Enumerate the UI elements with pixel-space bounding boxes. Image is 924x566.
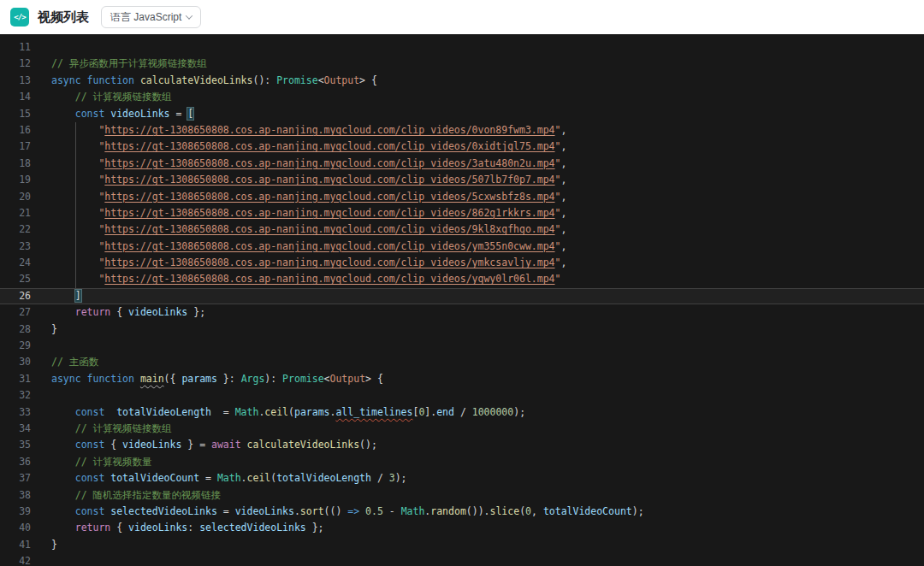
line-number: 41 — [0, 537, 38, 553]
code-line[interactable]: 19 "https://gt-1308650808.cos.ap-nanjing… — [0, 172, 924, 188]
chevron-down-icon — [186, 12, 192, 19]
code-line[interactable]: 23 "https://gt-1308650808.cos.ap-nanjing… — [0, 239, 924, 255]
code-token: videoLinks — [235, 505, 294, 517]
code-token: // 计算视频链接数组 — [75, 422, 172, 434]
code-token: { — [110, 306, 128, 318]
code-token: totalVideoCount — [110, 472, 199, 484]
code-line[interactable]: 15 const videoLinks = [ — [0, 106, 924, 122]
code-token: ); — [632, 505, 644, 517]
code-token: , — [560, 124, 566, 136]
code-token: { — [110, 522, 128, 534]
code-line[interactable]: 12// 异步函数用于计算视频链接数组 — [0, 56, 924, 72]
code-line[interactable]: 39 const selectedVideoLinks = videoLinks… — [0, 504, 924, 520]
code-line[interactable]: 32 — [0, 387, 924, 404]
code-token: }; — [187, 306, 205, 318]
code-line[interactable]: 26 ] — [0, 288, 924, 304]
code-token: // 计算视频链接数组 — [75, 91, 172, 103]
code-token: const — [75, 108, 105, 120]
code-token: (() — [324, 505, 348, 517]
code-line[interactable]: 20 "https://gt-1308650808.cos.ap-nanjing… — [0, 189, 924, 205]
code-line[interactable]: 33 const totalVideoLength = Math.ceil(pa… — [0, 404, 924, 421]
code-text: return { videoLinks: selectedVideoLinks … — [38, 520, 324, 536]
code-token: https://gt-1308650808.cos.ap-nanjing.myq… — [104, 157, 554, 169]
code-token — [51, 505, 75, 517]
code-line[interactable]: 27 return { videoLinks }; — [0, 304, 924, 321]
code-token — [51, 472, 75, 484]
code-token: ] — [75, 290, 81, 302]
code-text — [38, 387, 51, 404]
code-text: const selectedVideoLinks = videoLinks.so… — [38, 504, 644, 520]
code-token — [241, 439, 247, 451]
code-token: https://gt-1308650808.cos.ap-nanjing.myq… — [104, 240, 554, 252]
code-text — [38, 553, 51, 566]
code-token: }: — [217, 373, 241, 385]
code-token: selectedVideoLinks — [199, 522, 306, 534]
code-editor[interactable]: 1112// 异步函数用于计算视频链接数组13async function ca… — [0, 34, 924, 566]
code-icon: </> — [10, 8, 29, 27]
language-select-label: 语言 JavaScript — [110, 10, 181, 25]
line-number: 27 — [0, 304, 38, 321]
code-text: "https://gt-1308650808.cos.ap-nanjing.my… — [38, 139, 566, 155]
code-token: totalVideoCount — [543, 505, 632, 517]
code-line[interactable]: 34 // 计算视频链接数组 — [0, 421, 924, 437]
code-token — [104, 406, 116, 418]
line-number: 31 — [0, 371, 38, 387]
code-line[interactable]: 16 "https://gt-1308650808.cos.ap-nanjing… — [0, 122, 924, 139]
code-line[interactable]: 37 const totalVideoCount = Math.ceil(tot… — [0, 470, 924, 486]
code-token: , — [560, 157, 566, 169]
code-line[interactable]: 21 "https://gt-1308650808.cos.ap-nanjing… — [0, 205, 924, 221]
code-token: https://gt-1308650808.cos.ap-nanjing.myq… — [104, 256, 554, 268]
line-number: 34 — [0, 421, 38, 437]
code-line[interactable]: 24 "https://gt-1308650808.cos.ap-nanjing… — [0, 255, 924, 271]
code-token: // 计算视频数量 — [75, 456, 152, 468]
line-number: 19 — [0, 172, 38, 188]
code-line[interactable]: 35 const { videoLinks } = await calculat… — [0, 437, 924, 453]
code-text: } — [38, 321, 57, 338]
code-line[interactable]: 40 return { videoLinks: selectedVideoLin… — [0, 520, 924, 536]
code-token: = — [199, 472, 217, 484]
code-token: ); — [395, 472, 407, 484]
code-token: ceil — [264, 406, 288, 418]
code-line[interactable]: 17 "https://gt-1308650808.cos.ap-nanjing… — [0, 139, 924, 155]
code-line[interactable]: 38 // 随机选择指定数量的视频链接 — [0, 487, 924, 504]
code-line[interactable]: 28} — [0, 321, 924, 338]
code-line[interactable]: 42 — [0, 553, 924, 566]
code-line[interactable]: 29 — [0, 338, 924, 354]
code-line[interactable]: 25 "https://gt-1308650808.cos.ap-nanjing… — [0, 271, 924, 287]
code-token: https://gt-1308650808.cos.ap-nanjing.myq… — [104, 273, 554, 285]
code-line[interactable]: 13async function calculateVideoLinks(): … — [0, 73, 924, 89]
code-token: , — [560, 140, 566, 152]
line-number: 18 — [0, 156, 38, 172]
code-text: "https://gt-1308650808.cos.ap-nanjing.my… — [38, 172, 566, 188]
code-token: https://gt-1308650808.cos.ap-nanjing.myq… — [104, 223, 554, 235]
language-select[interactable]: 语言 JavaScript — [101, 6, 201, 28]
line-number: 25 — [0, 271, 38, 287]
code-token: } — [51, 323, 57, 335]
code-token — [51, 406, 75, 418]
code-line[interactable]: 22 "https://gt-1308650808.cos.ap-nanjing… — [0, 221, 924, 238]
code-text: // 计算视频链接数组 — [38, 89, 171, 105]
line-number: 14 — [0, 89, 38, 105]
line-number: 15 — [0, 106, 38, 122]
code-token — [134, 373, 140, 385]
code-token: return — [75, 306, 111, 318]
code-token: ceil — [247, 472, 271, 484]
code-token: https://gt-1308650808.cos.ap-nanjing.myq… — [104, 207, 554, 219]
code-token: => — [347, 505, 359, 517]
code-line[interactable]: 31async function main({ params }: Args):… — [0, 371, 924, 387]
code-token: . — [241, 472, 247, 484]
code-line[interactable]: 14 // 计算视频链接数组 — [0, 89, 924, 105]
code-token: (); — [359, 439, 377, 451]
code-token: { — [104, 439, 122, 451]
line-number: 12 — [0, 56, 38, 72]
code-line[interactable]: 18 "https://gt-1308650808.cos.ap-nanjing… — [0, 156, 924, 172]
code-token: // 主函数 — [51, 356, 98, 368]
code-token: params — [181, 373, 217, 385]
line-number: 32 — [0, 387, 38, 404]
code-line[interactable]: 36 // 计算视频数量 — [0, 454, 924, 470]
code-line[interactable]: 11 — [0, 39, 924, 56]
code-line[interactable]: 30// 主函数 — [0, 354, 924, 370]
line-number: 36 — [0, 454, 38, 470]
code-line[interactable]: 41} — [0, 537, 924, 553]
code-token: calculateVideoLinks — [140, 74, 253, 86]
